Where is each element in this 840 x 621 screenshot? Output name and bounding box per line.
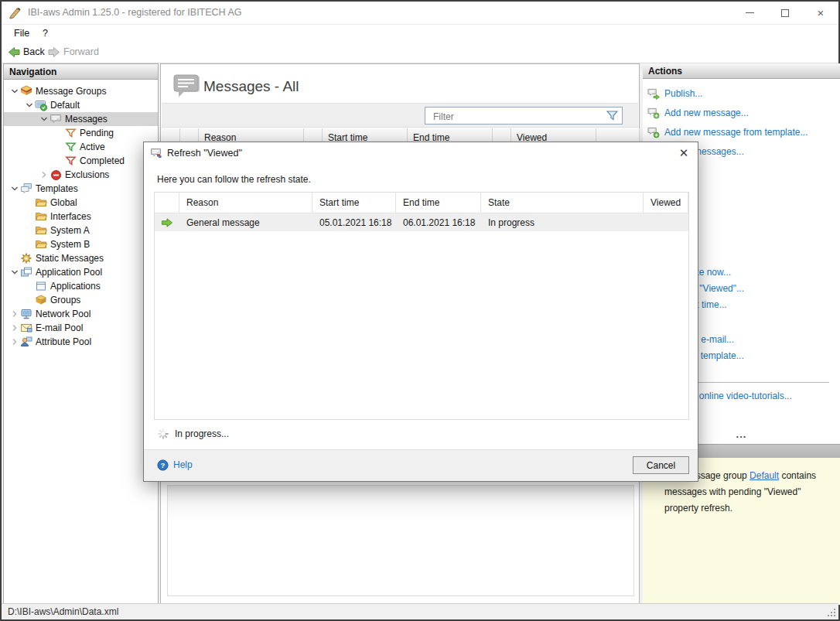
funnel-green-icon: [64, 141, 77, 153]
dialog-column-state[interactable]: State: [481, 193, 644, 213]
actions-header: Actions: [643, 63, 840, 79]
dialog-column-icon[interactable]: [155, 193, 179, 213]
tree-item-label: E-mail Pool: [36, 322, 83, 333]
filter-row: [162, 103, 638, 128]
chevron-down-icon[interactable]: [23, 100, 35, 111]
help-label: Help: [173, 459, 193, 470]
cancel-button[interactable]: Cancel: [633, 456, 689, 474]
navigation-header: Navigation: [4, 64, 158, 80]
maximize-button[interactable]: [767, 2, 803, 24]
tree-item-network-pool[interactable]: Network Pool: [4, 307, 158, 321]
chevron-spacer: [53, 155, 64, 167]
chevron-down-icon[interactable]: [38, 114, 50, 125]
tree-item-application-pool[interactable]: Application Pool: [4, 265, 158, 279]
tree-item-label: Message Groups: [36, 86, 106, 97]
msg-publish-icon: [647, 87, 660, 100]
navigation-panel: Navigation Message GroupsDefaultMessages…: [3, 63, 159, 605]
dialog-column-viewed[interactable]: Viewed: [644, 193, 688, 213]
tree-item-attribute-pool[interactable]: Attribute Pool: [4, 335, 158, 349]
message-preview-pane: [167, 485, 634, 596]
tree-item-active[interactable]: Active: [4, 140, 158, 154]
messages-icon: [172, 74, 202, 102]
close-icon: ×: [818, 7, 825, 19]
msg-add-icon: [647, 107, 660, 119]
dialog-column-start-time[interactable]: Start time: [312, 193, 396, 213]
title-bar: IBI-aws Admin 1.25.0 - registered for IB…: [2, 2, 838, 25]
folder-icon: [35, 224, 47, 237]
filter-field: [425, 107, 623, 125]
tree-item-templates[interactable]: Templates: [4, 182, 158, 196]
chevron-down-icon[interactable]: [9, 183, 20, 195]
chevron-right-icon[interactable]: [38, 169, 50, 181]
tree-item-system-b[interactable]: System B: [4, 237, 158, 251]
chevron-down-icon[interactable]: [9, 267, 20, 278]
action-label: Publish...: [664, 88, 702, 99]
tree-item-label: Network Pool: [36, 309, 90, 319]
minimize-button[interactable]: [732, 2, 767, 24]
close-button[interactable]: ×: [803, 2, 838, 24]
help-link[interactable]: ? Help: [156, 459, 193, 471]
dialog-footer: ? Help Cancel: [144, 449, 698, 481]
tree-item-label: Active: [80, 142, 105, 152]
forward-arrow-icon: [48, 46, 60, 58]
tree-item-applications[interactable]: Applications: [4, 279, 158, 293]
dialog-title: Refresh "Viewed": [167, 148, 242, 159]
dialog-column-end-time[interactable]: End time: [396, 193, 481, 213]
tree-item-label: Exclusions: [65, 169, 109, 180]
action-add-new-message-from-template[interactable]: Add new message from template...: [643, 122, 840, 142]
row-cell: General message: [179, 213, 312, 231]
tree-item-label: System B: [50, 239, 90, 250]
tree-item-label: Completed: [80, 155, 125, 166]
tree-item-groups[interactable]: Groups: [4, 293, 158, 307]
app-pool-icon: [20, 266, 32, 278]
back-label: Back: [23, 46, 45, 57]
tree-item-system-a[interactable]: System A: [4, 223, 158, 237]
tree-item-static-messages[interactable]: Static Messages: [4, 251, 158, 265]
app-window: IBI-aws Admin 1.25.0 - registered for IB…: [0, 0, 840, 621]
box-icon: [35, 294, 47, 306]
chevron-down-icon[interactable]: [9, 86, 20, 97]
action-publish[interactable]: Publish...: [643, 84, 840, 103]
dialog-table-row[interactable]: General message05.01.2021 16:1806.01.202…: [155, 213, 688, 231]
back-button[interactable]: Back: [8, 46, 45, 58]
dialog-title-bar: Refresh "Viewed" ✕: [144, 142, 698, 163]
chevron-spacer: [53, 142, 64, 153]
tree-item-message-groups[interactable]: Message Groups: [4, 84, 158, 98]
chevron-spacer: [53, 128, 64, 139]
dialog-close-icon[interactable]: ✕: [676, 145, 691, 161]
tree-item-label: Static Messages: [36, 253, 104, 264]
details-default-link[interactable]: Default: [750, 470, 779, 481]
tree-item-completed[interactable]: Completed: [4, 154, 158, 168]
spinner-icon: [157, 428, 169, 440]
dialog-message-icon: [150, 147, 162, 162]
tree-item-interfaces[interactable]: Interfaces: [4, 210, 158, 223]
forward-label: Forward: [63, 46, 99, 57]
tree-item-pending[interactable]: Pending: [4, 126, 158, 140]
chevron-right-icon[interactable]: [9, 309, 20, 320]
action-label: Add new message from template...: [664, 127, 808, 138]
dialog-column-reason[interactable]: Reason: [179, 193, 312, 213]
static-messages-icon: [20, 252, 32, 264]
minus-circle-icon: [50, 169, 62, 181]
help-icon: ?: [156, 459, 169, 471]
status-bar: D:\IBI-aws\Admin\Data.xml: [2, 603, 838, 619]
filter-input[interactable]: [432, 109, 597, 124]
tree-item-default[interactable]: Default: [4, 98, 158, 112]
tree-item-messages[interactable]: Messages: [4, 112, 158, 126]
forward-button[interactable]: Forward: [48, 46, 99, 58]
tree-item-global[interactable]: Global: [4, 196, 158, 210]
tree-item-exclusions[interactable]: Exclusions: [4, 168, 158, 182]
row-cell: [644, 213, 688, 231]
message-icon: [50, 113, 62, 125]
filter-funnel-icon[interactable]: [606, 111, 618, 125]
tree-item-label: System A: [50, 225, 90, 236]
chevron-spacer: [9, 253, 20, 264]
tree-item-e-mail-pool[interactable]: E-mail Pool: [4, 321, 158, 335]
menu-help[interactable]: ?: [43, 28, 48, 39]
menu-file[interactable]: File: [14, 28, 29, 39]
action-add-new-message[interactable]: Add new message...: [643, 103, 840, 122]
chevron-right-icon[interactable]: [9, 336, 20, 348]
chevron-spacer: [23, 197, 35, 209]
chevron-right-icon[interactable]: [9, 322, 20, 334]
resize-grip-icon: [826, 607, 837, 618]
